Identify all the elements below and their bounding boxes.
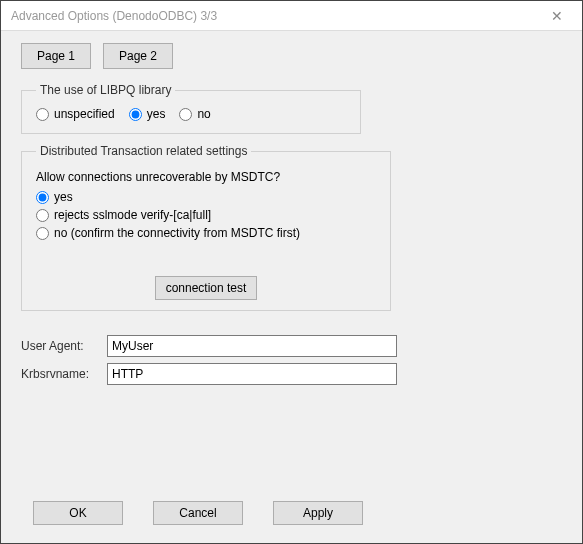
titlebar: Advanced Options (DenodoODBC) 3/3 ✕ bbox=[1, 1, 582, 31]
page-tabs: Page 1 Page 2 bbox=[21, 43, 562, 69]
krbsrvname-field[interactable] bbox=[107, 363, 397, 385]
dtx-options: yes rejects sslmode verify-[ca|full] no … bbox=[36, 190, 376, 240]
ok-button[interactable]: OK bbox=[33, 501, 123, 525]
libpq-label-yes: yes bbox=[147, 107, 166, 121]
dialog-buttons: OK Cancel Apply bbox=[1, 487, 582, 543]
apply-button[interactable]: Apply bbox=[273, 501, 363, 525]
krbsrvname-label: Krbsrvname: bbox=[21, 367, 101, 381]
cancel-button[interactable]: Cancel bbox=[153, 501, 243, 525]
connection-test-row: connection test bbox=[22, 276, 390, 300]
dialog-content: Page 1 Page 2 The use of LIBPQ library u… bbox=[1, 31, 582, 487]
libpq-radio-yes[interactable] bbox=[129, 108, 142, 121]
dtx-label-no: no (confirm the connectivity from MSDTC … bbox=[54, 226, 300, 240]
advanced-options-dialog: Advanced Options (DenodoODBC) 3/3 ✕ Page… bbox=[0, 0, 583, 544]
libpq-group: The use of LIBPQ library unspecified yes… bbox=[21, 83, 361, 134]
libpq-label-unspecified: unspecified bbox=[54, 107, 115, 121]
form-fields: User Agent: Krbsrvname: bbox=[21, 335, 562, 385]
libpq-radio-unspecified[interactable] bbox=[36, 108, 49, 121]
dtx-question: Allow connections unrecoverable by MSDTC… bbox=[36, 170, 376, 184]
dialog-title: Advanced Options (DenodoODBC) 3/3 bbox=[11, 9, 217, 23]
libpq-options: unspecified yes no bbox=[36, 107, 346, 121]
libpq-radio-no[interactable] bbox=[179, 108, 192, 121]
dtx-label-yes: yes bbox=[54, 190, 73, 204]
user-agent-label: User Agent: bbox=[21, 339, 101, 353]
dtx-label-rejects: rejects sslmode verify-[ca|full] bbox=[54, 208, 211, 222]
libpq-label-no: no bbox=[197, 107, 210, 121]
libpq-legend: The use of LIBPQ library bbox=[36, 83, 175, 97]
dtx-radio-no[interactable] bbox=[36, 227, 49, 240]
user-agent-field[interactable] bbox=[107, 335, 397, 357]
connection-test-button[interactable]: connection test bbox=[155, 276, 258, 300]
tab-page1[interactable]: Page 1 bbox=[21, 43, 91, 69]
dtx-radio-rejects[interactable] bbox=[36, 209, 49, 222]
close-icon[interactable]: ✕ bbox=[542, 8, 572, 24]
dtx-radio-yes[interactable] bbox=[36, 191, 49, 204]
tab-page2[interactable]: Page 2 bbox=[103, 43, 173, 69]
dtx-legend: Distributed Transaction related settings bbox=[36, 144, 251, 158]
dtx-group: Distributed Transaction related settings… bbox=[21, 144, 391, 311]
